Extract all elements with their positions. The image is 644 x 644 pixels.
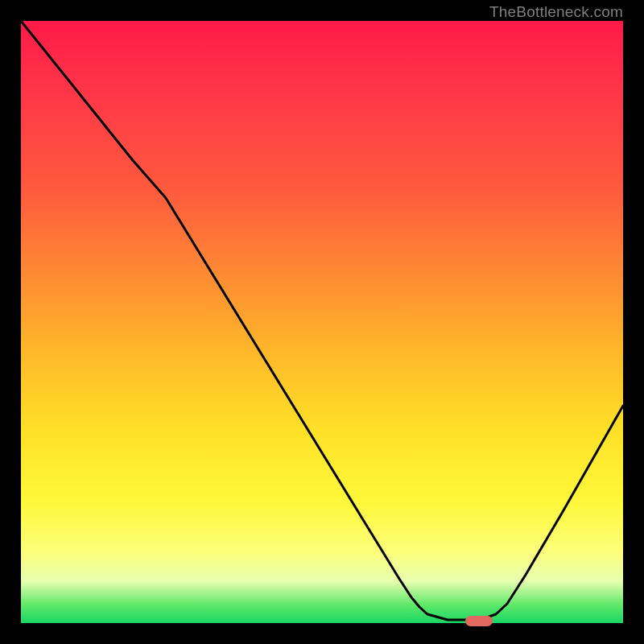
attribution-text: TheBottleneck.com <box>489 3 623 21</box>
chart-frame: TheBottleneck.com <box>0 0 644 644</box>
curve-layer <box>21 21 623 623</box>
optimal-marker <box>465 616 493 626</box>
plot-area <box>21 21 623 623</box>
bottleneck-curve <box>21 21 623 620</box>
